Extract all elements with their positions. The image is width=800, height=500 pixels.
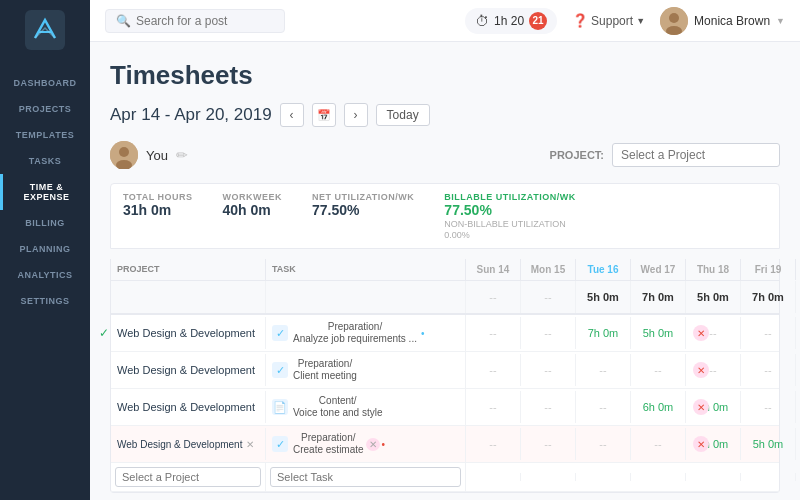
grand-total-wed: 7h 0m	[631, 281, 686, 313]
th-thu: Thu 18	[686, 259, 741, 280]
timer-badge[interactable]: ⏱ 1h 20 21	[465, 8, 557, 34]
topbar: 🔍 ⏱ 1h 20 21 ❓ Support ▼	[90, 0, 800, 42]
new-project-input[interactable]	[115, 467, 261, 487]
main-content: 🔍 ⏱ 1h 20 21 ❓ Support ▼	[90, 0, 800, 500]
th-task: TASK	[266, 259, 466, 280]
billable-util-value: 77.50%	[444, 202, 575, 218]
row4-sat[interactable]: --	[796, 428, 800, 460]
row2-delete-button[interactable]: ✕	[693, 362, 709, 378]
sidebar-item-planning[interactable]: Planning	[0, 236, 90, 262]
row3-sun[interactable]: --	[466, 391, 521, 423]
row3-tue[interactable]: --	[576, 391, 631, 423]
row1-tue[interactable]: 7h 0m	[576, 317, 631, 349]
task-subtitle: Client meeting	[293, 370, 357, 382]
input-wed	[631, 473, 686, 481]
billable-util-label: BILLABLE UTILIZATION/WK	[444, 192, 575, 202]
row3-project: Web Design & Development	[111, 391, 266, 423]
sidebar-item-dashboard[interactable]: Dashboard	[0, 70, 90, 96]
new-task-input[interactable]	[270, 467, 461, 487]
next-date-button[interactable]: ›	[344, 103, 368, 127]
row3-delete-button[interactable]: ✕	[693, 399, 709, 415]
svg-rect-0	[25, 10, 65, 50]
sidebar-item-billing[interactable]: Billing	[0, 210, 90, 236]
table-row: Web Design & Development 📄 Content/ Voic…	[111, 389, 779, 426]
grand-total-mon: --	[521, 281, 576, 313]
row4-delete-button[interactable]: ✕	[693, 436, 709, 452]
table-row: Web Design & Development ✕ ✓ Preparation…	[111, 426, 779, 463]
sidebar-item-tasks[interactable]: Tasks	[0, 148, 90, 174]
row3-mon[interactable]: --	[521, 391, 576, 423]
row1-sat[interactable]: --	[796, 317, 800, 349]
grand-total-sat: 7h 0m	[796, 281, 800, 313]
row2-sat[interactable]: 5h 0m	[796, 354, 800, 386]
th-tue: Tue 16	[576, 259, 631, 280]
input-fri	[741, 473, 796, 481]
task-subtitle: Voice tone and style	[293, 407, 383, 419]
row1-task: ✓ Preparation/ Analyze job requirements …	[266, 315, 466, 351]
row1-fri[interactable]: --	[741, 317, 796, 349]
workweek-label: WORKWEEK	[223, 192, 283, 202]
sidebar-item-time-expense[interactable]: Time & Expense	[0, 174, 90, 210]
stat-workweek: WORKWEEK 40h 0m	[223, 192, 283, 240]
task-icon: ✓	[272, 436, 288, 452]
task-content: Preparation/ Client meeting	[293, 358, 357, 382]
sidebar-item-analytics[interactable]: Analytics	[0, 262, 90, 288]
search-input[interactable]	[136, 14, 276, 28]
stats-row: TOTAL HOURS 31h 0m WORKWEEK 40h 0m NET U…	[110, 183, 780, 249]
grand-total-task	[266, 281, 466, 313]
row4-wed[interactable]: --	[631, 428, 686, 460]
task-content: Preparation/ Create estimate	[293, 432, 364, 456]
today-button[interactable]: Today	[376, 104, 430, 126]
th-project: PROJECT	[111, 259, 266, 280]
row2-wed[interactable]: --	[631, 354, 686, 386]
row1-delete-button[interactable]: ✕	[693, 325, 709, 341]
row2-tue[interactable]: --	[576, 354, 631, 386]
task-icon: 📄	[272, 399, 288, 415]
sidebar-item-projects[interactable]: Projects	[0, 96, 90, 122]
row4-sun[interactable]: --	[466, 428, 521, 460]
row4-clear-icon[interactable]: ✕	[246, 439, 254, 450]
task-subtitle: Analyze job requirements ...	[293, 333, 417, 345]
row4-mon[interactable]: --	[521, 428, 576, 460]
calendar-icon-button[interactable]: 📅	[312, 103, 336, 127]
search-box[interactable]: 🔍	[105, 9, 285, 33]
grand-total-fri: 7h 0m	[741, 281, 796, 313]
total-hours-value: 31h 0m	[123, 202, 193, 218]
row3-wed[interactable]: 6h 0m	[631, 391, 686, 423]
sidebar-item-templates[interactable]: Templates	[0, 122, 90, 148]
user-selector: You ✏	[110, 141, 188, 169]
support-label: Support	[591, 14, 633, 28]
row-check-icon: ✓	[99, 326, 109, 340]
input-project-cell	[111, 463, 266, 491]
selected-user-name: You	[146, 148, 168, 163]
row1-wed[interactable]: 5h 0m	[631, 317, 686, 349]
task-content: Content/ Voice tone and style	[293, 395, 383, 419]
row4-project-text: Web Design & Development	[117, 439, 242, 450]
row1-sun[interactable]: --	[466, 317, 521, 349]
row4-fri[interactable]: 5h 0m	[741, 428, 796, 460]
row4-task-clear-icon[interactable]: ✕	[366, 438, 380, 451]
timesheet-table: PROJECT TASK Sun 14 Mon 15 Tue 16 Wed 17…	[110, 259, 780, 493]
row2-sun[interactable]: --	[466, 354, 521, 386]
row1-mon[interactable]: --	[521, 317, 576, 349]
project-select-input[interactable]	[612, 143, 780, 167]
row3-sat[interactable]: --	[796, 391, 800, 423]
grand-total-thu: 5h 0m	[686, 281, 741, 313]
support-button[interactable]: ❓ Support ▼	[572, 13, 645, 28]
task-icon: ✓	[272, 362, 288, 378]
row2-fri[interactable]: --	[741, 354, 796, 386]
sidebar-item-settings[interactable]: Settings	[0, 288, 90, 314]
support-chevron-icon: ▼	[636, 16, 645, 26]
row2-project: Web Design & Development	[111, 354, 266, 386]
row2-mon[interactable]: --	[521, 354, 576, 386]
row2-task: ✓ Preparation/ Client meeting	[266, 352, 466, 388]
user-info[interactable]: Monica Brown ▼	[660, 7, 785, 35]
prev-date-button[interactable]: ‹	[280, 103, 304, 127]
edit-user-icon[interactable]: ✏	[176, 147, 188, 163]
th-wed: Wed 17	[631, 259, 686, 280]
row3-fri[interactable]: --	[741, 391, 796, 423]
logo[interactable]	[25, 10, 65, 50]
bottom-bar: ⟳ Prefill Project and Task Names From Pr…	[110, 493, 780, 500]
date-range: Apr 14 - Apr 20, 2019	[110, 105, 272, 125]
row4-tue[interactable]: --	[576, 428, 631, 460]
